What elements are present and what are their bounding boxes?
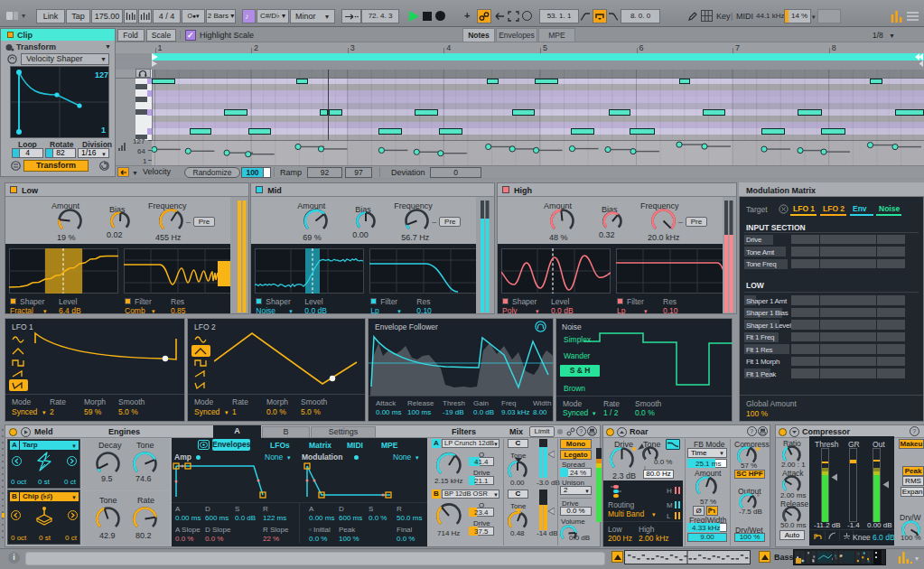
svg-text:?: ?	[579, 428, 583, 434]
svg-text:127: 127	[95, 70, 108, 79]
svg-text:?: ?	[750, 428, 753, 434]
svg-text:?: ?	[912, 428, 916, 434]
svg-text:1: 1	[101, 126, 106, 135]
